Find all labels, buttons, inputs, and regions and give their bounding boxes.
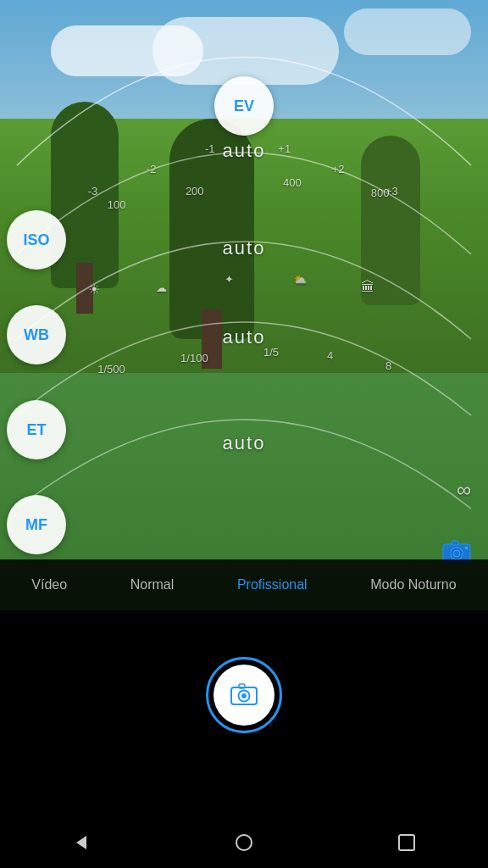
ev-tick-minus2: -2 — [147, 163, 157, 175]
auto-wb-label: auto — [223, 326, 266, 348]
mf-infinity: ∞ — [457, 478, 471, 502]
iso-control[interactable]: ISO — [7, 210, 66, 270]
svg-point-10 — [236, 835, 252, 850]
iso-tick-400: 400 — [283, 176, 302, 189]
tab-normal[interactable]: Normal — [122, 570, 183, 599]
shutter-button[interactable] — [206, 657, 282, 733]
wb-tick-light: ✦ — [225, 273, 234, 286]
tab-video[interactable]: Vídeo — [23, 570, 75, 599]
iso-label: ISO — [23, 231, 49, 249]
wb-tick-cloudy2: ⛅ — [293, 273, 307, 286]
et-tick-5: 1/5 — [263, 346, 279, 359]
wb-tick-warm: ☀ — [88, 281, 100, 298]
svg-point-2 — [453, 550, 460, 557]
svg-rect-11 — [399, 835, 414, 850]
iso-tick-100: 100 — [108, 198, 126, 211]
shutter-inner-circle — [214, 665, 274, 726]
svg-rect-8 — [239, 684, 245, 688]
wb-control[interactable]: WB — [7, 305, 66, 364]
bottom-controls — [0, 610, 488, 868]
ev-tick-minus3: -3 — [88, 185, 98, 198]
et-tick-4: 4 — [327, 349, 333, 362]
ev-control[interactable]: EV — [214, 76, 274, 136]
back-button[interactable] — [60, 821, 103, 864]
wb-tick-cloud: ☁ — [156, 281, 167, 294]
et-tick-8: 8 — [385, 359, 391, 372]
mf-label: MF — [25, 516, 47, 534]
et-tick-500: 1/500 — [97, 363, 125, 376]
wb-label: WB — [24, 326, 49, 344]
tab-night-mode[interactable]: Modo Noturno — [362, 570, 464, 599]
svg-point-7 — [241, 693, 247, 698]
et-tick-100: 1/100 — [180, 352, 208, 364]
ev-label: EV — [234, 97, 254, 115]
et-control[interactable]: ET — [7, 400, 66, 459]
svg-marker-9 — [76, 836, 86, 849]
auto-ev-label: auto — [223, 140, 266, 162]
mode-tabs-bar: Vídeo Normal Profissional Modo Noturno — [0, 559, 488, 610]
shutter-camera-icon — [230, 683, 258, 707]
auto-et-label: auto — [223, 432, 266, 454]
mf-control[interactable]: MF — [7, 495, 66, 554]
svg-rect-3 — [452, 541, 458, 545]
ev-tick-plus1: +1 — [278, 142, 291, 155]
iso-tick-800: 800 — [371, 186, 390, 199]
home-button[interactable] — [223, 821, 265, 864]
auto-iso-label: auto — [223, 237, 266, 259]
tab-professional[interactable]: Profissional — [229, 570, 316, 599]
shutter-area — [0, 610, 488, 780]
ev-tick-plus2: +2 — [332, 163, 345, 175]
recent-apps-button[interactable] — [385, 821, 428, 864]
iso-tick-200: 200 — [186, 185, 204, 198]
wb-tick-cool: 🏛 — [361, 280, 374, 295]
navigation-bar — [0, 817, 488, 868]
ev-tick-minus1: -1 — [205, 142, 215, 155]
camera-viewfinder: 0 -1 +1 -2 +2 -3 +3 100 200 400 800 ☀ ☁ … — [0, 0, 488, 610]
et-label: ET — [26, 421, 46, 439]
svg-rect-4 — [465, 547, 468, 549]
